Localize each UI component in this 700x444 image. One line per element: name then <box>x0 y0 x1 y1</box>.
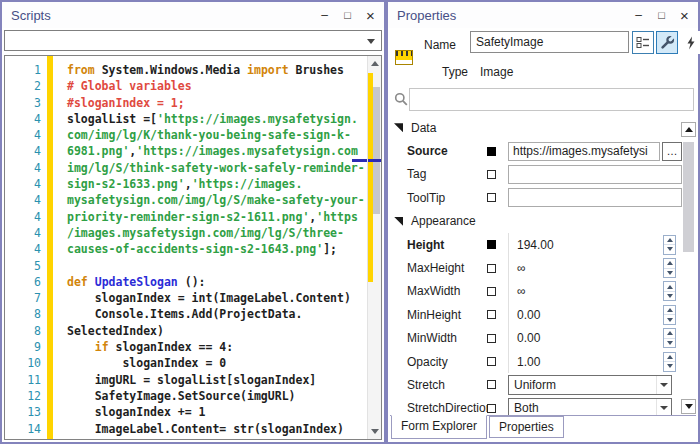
value-checkbox[interactable] <box>487 287 496 296</box>
stepper-down-icon[interactable] <box>664 362 675 371</box>
stepper-up-icon[interactable] <box>664 329 675 339</box>
code-line[interactable]: 3#sloganIndex = 1; <box>5 95 366 111</box>
code-line[interactable]: 1from System.Windows.Media import Brushe… <box>5 62 366 78</box>
code-line[interactable]: 2# Global variables <box>5 78 366 94</box>
code-text: priority-reminder-sign-s2-1611.png','htt… <box>67 209 358 225</box>
chevron-down-icon[interactable] <box>367 39 375 44</box>
code-line[interactable]: 7 sloganIndex = int(ImageLabel.Content) <box>5 290 366 306</box>
maximize-icon[interactable]: □ <box>336 2 359 28</box>
code-line[interactable]: 12 SafetyImage.SetSource(imgURL) <box>5 388 366 404</box>
property-row-maxheight: MaxHeight∞ <box>391 256 682 279</box>
events-button[interactable] <box>679 31 700 54</box>
code-line[interactable]: 8 Console.Items.Add(ProjectData. <box>5 306 366 322</box>
code-line[interactable]: 8SelectedIndex) <box>5 323 366 339</box>
property-label: ToolTip <box>391 191 478 205</box>
categorized-list-icon <box>636 36 650 49</box>
stepper-down-icon[interactable] <box>664 339 675 348</box>
value-stepper[interactable] <box>663 258 676 278</box>
editor-scrollbar[interactable] <box>367 56 381 439</box>
close-icon[interactable]: × <box>359 2 382 28</box>
value-stepper[interactable] <box>663 235 676 255</box>
code-line[interactable]: 14 ImageLabel.Content= str(sloganIndex) <box>5 421 366 437</box>
name-input[interactable]: SafetyImage <box>470 31 629 53</box>
value-checkbox[interactable] <box>487 170 496 179</box>
code-line[interactable]: 15 <box>5 437 366 440</box>
scroll-down-button[interactable] <box>681 399 696 414</box>
section-header-appearance[interactable]: Appearance <box>391 210 682 233</box>
stepper-up-icon[interactable] <box>664 259 675 269</box>
property-value: 1.00 <box>508 350 663 373</box>
stepper-up-icon[interactable] <box>664 306 675 316</box>
value-stepper[interactable] <box>663 281 676 301</box>
scripts-titlebar[interactable]: Scripts – □ × <box>2 2 384 28</box>
stepper-down-icon[interactable] <box>664 315 675 324</box>
value-checkbox[interactable] <box>487 310 496 319</box>
stepper-down-icon[interactable] <box>664 269 675 278</box>
code-line[interactable]: 11 imgURL = slogalList[sloganIndex] <box>5 372 366 388</box>
value-set-indicator[interactable] <box>487 147 496 156</box>
browse-button[interactable]: … <box>662 142 682 161</box>
scroll-down-button[interactable] <box>368 424 381 439</box>
property-value-cell: Uniform <box>508 373 682 396</box>
code-token: 'https://images.mysafetysign.com <box>136 144 358 158</box>
code-line[interactable]: 9 if sloganIndex == 4: <box>5 339 366 355</box>
value-set-indicator[interactable] <box>487 240 496 249</box>
code-line[interactable]: 4priority-reminder-sign-s2-1611.png','ht… <box>5 209 366 225</box>
code-line[interactable]: 4img/lg/S/think-safety-work-safely-remin… <box>5 160 366 176</box>
code-line[interactable]: 5 <box>5 258 366 274</box>
chevron-down-icon[interactable] <box>656 376 671 394</box>
code-line[interactable]: 46981.png','https://images.mysafetysign.… <box>5 143 366 159</box>
code-line[interactable]: 4mysafetysign.com/img/lg/S/make-safety-y… <box>5 192 366 208</box>
properties-scrollbar[interactable] <box>681 118 696 414</box>
code-token: causes-of-accidents-sign-s2-1643.png' <box>67 242 323 256</box>
collapse-triangle-icon[interactable] <box>394 217 403 226</box>
collapse-triangle-icon[interactable] <box>394 123 403 132</box>
scrollbar-thumb[interactable] <box>683 142 694 252</box>
stepper-up-icon[interactable] <box>664 236 675 246</box>
scroll-up-button[interactable] <box>368 56 381 71</box>
tab-properties[interactable]: Properties <box>489 416 564 438</box>
value-checkbox[interactable] <box>487 334 496 343</box>
tab-form-explorer[interactable]: Form Explorer <box>391 415 487 439</box>
value-checkbox[interactable] <box>487 264 496 273</box>
code-text: mysafetysign.com/img/lg/S/make-safety-yo… <box>67 192 365 208</box>
property-textbox[interactable] <box>508 188 682 207</box>
property-textbox[interactable]: https://images.mysafetysi <box>508 142 660 161</box>
line-number: 8 <box>5 306 41 322</box>
stepper-down-icon[interactable] <box>664 245 675 254</box>
value-stepper[interactable] <box>663 352 676 372</box>
maximize-icon[interactable]: □ <box>650 2 673 28</box>
categorized-view-button[interactable] <box>632 31 654 54</box>
value-checkbox[interactable] <box>487 193 496 202</box>
property-dropdown[interactable]: Uniform <box>508 375 672 395</box>
code-line[interactable]: 4sign-s2-1633.png','https://images. <box>5 176 366 192</box>
stepper-down-icon[interactable] <box>664 292 675 301</box>
code-line[interactable]: 4slogalList =['https://images.mysafetysi… <box>5 111 366 127</box>
scrollbar-thumb[interactable] <box>373 87 380 214</box>
code-editor[interactable]: 1from System.Windows.Media import Brushe… <box>4 55 382 440</box>
code-line[interactable]: 4com/img/lg/K/thank-you-being-safe-sign-… <box>5 127 366 143</box>
minimize-icon[interactable]: – <box>627 2 650 28</box>
section-header-data[interactable]: Data <box>391 116 682 139</box>
code-line[interactable]: 4/images.mysafetysign.com/img/lg/S/three… <box>5 225 366 241</box>
stepper-up-icon[interactable] <box>664 282 675 292</box>
value-checkbox[interactable] <box>487 357 496 366</box>
code-line[interactable]: 4causes-of-accidents-sign-s2-1643.png']; <box>5 241 366 257</box>
scroll-up-button[interactable] <box>681 122 696 137</box>
properties-wrench-button[interactable] <box>656 31 678 54</box>
close-icon[interactable]: × <box>673 2 696 28</box>
script-selector-combobox[interactable] <box>4 30 382 51</box>
properties-titlebar[interactable]: Properties – □ × <box>388 2 698 28</box>
code-line[interactable]: 6def UpdateSlogan (): <box>5 274 366 290</box>
code-line[interactable]: 13 sloganIndex += 1 <box>5 404 366 420</box>
line-number: 4 <box>5 127 41 143</box>
minimize-icon[interactable]: – <box>313 2 336 28</box>
value-checkbox[interactable] <box>487 380 496 389</box>
value-stepper[interactable] <box>663 305 676 325</box>
value-checkbox[interactable] <box>487 404 496 413</box>
property-textbox[interactable] <box>508 165 682 184</box>
search-input[interactable] <box>409 88 694 111</box>
stepper-up-icon[interactable] <box>664 353 675 363</box>
code-line[interactable]: 10 sloganIndex = 0 <box>5 355 366 371</box>
value-stepper[interactable] <box>663 328 676 348</box>
